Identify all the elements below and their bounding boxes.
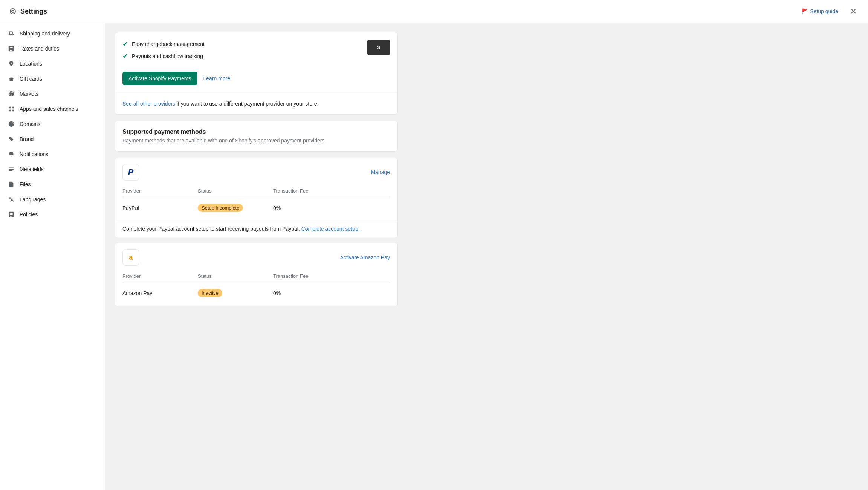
amazon-status-col-header: Status <box>198 273 273 279</box>
paypal-manage-link[interactable]: Manage <box>371 169 390 175</box>
sidebar-item-policies[interactable]: Policies <box>0 207 105 222</box>
sidebar-item-gift-cards[interactable]: Gift cards <box>0 71 105 86</box>
sidebar-item-files-label: Files <box>20 181 31 187</box>
amazon-provider-col-header: Provider <box>122 273 198 279</box>
metafields-icon <box>8 165 15 173</box>
domains-icon <box>8 120 15 128</box>
amazon-header: a Activate Amazon Pay <box>115 243 397 270</box>
activate-amazon-pay-link[interactable]: Activate Amazon Pay <box>340 254 390 260</box>
files-icon <box>8 181 15 188</box>
shopify-payments-card: ✔ Easy chargeback management ✔ Payouts a… <box>115 32 398 115</box>
paypal-fee-col-header: Transaction Fee <box>273 188 330 194</box>
paypal-table-row: PayPal Setup incomplete 0% <box>122 201 390 215</box>
check-icon-2: ✔ <box>122 52 128 60</box>
sidebar-item-shipping[interactable]: Shipping and delivery <box>0 26 105 41</box>
amazon-fee-value: 0% <box>273 290 330 296</box>
sidebar-item-locations-label: Locations <box>20 61 42 67</box>
policies-icon <box>8 211 15 218</box>
sidebar-item-markets-label: Markets <box>20 91 38 97</box>
modal-header: Settings 🚩 Setup guide ✕ <box>0 0 868 23</box>
sidebar: Shipping and delivery Taxes and duties L… <box>0 23 105 490</box>
amazon-status-badge: Inactive <box>198 289 273 297</box>
sidebar-item-policies-label: Policies <box>20 211 38 217</box>
paypal-table-header: Provider Status Transaction Fee <box>122 185 390 197</box>
settings-modal: Settings 🚩 Setup guide ✕ Shipping and de… <box>0 0 868 490</box>
globe-icon <box>8 90 15 98</box>
languages-icon <box>8 196 15 203</box>
flag-icon: 🚩 <box>801 8 808 14</box>
sidebar-item-taxes-label: Taxes and duties <box>20 46 59 52</box>
amazon-pay-card: a Activate Amazon Pay Provider Status Tr… <box>115 243 398 306</box>
sidebar-item-locations[interactable]: Locations <box>0 56 105 71</box>
gift-icon <box>8 75 15 83</box>
close-button[interactable]: ✕ <box>848 5 859 17</box>
sidebar-item-notifications-label: Notifications <box>20 151 48 157</box>
supported-payment-methods-card: Supported payment methods Payment method… <box>115 121 398 152</box>
setup-guide-label: Setup guide <box>810 8 838 14</box>
sidebar-item-files[interactable]: Files <box>0 177 105 192</box>
see-providers-section: See all other providers if you want to u… <box>115 93 397 114</box>
sidebar-item-metafields-label: Metafields <box>20 166 44 172</box>
amazon-fee-col-header: Transaction Fee <box>273 273 330 279</box>
checklist-item-2: ✔ Payouts and cashflow tracking <box>122 52 205 60</box>
location-icon <box>8 60 15 67</box>
sidebar-item-notifications[interactable]: Notifications <box>0 147 105 162</box>
main-content: ✔ Easy chargeback management ✔ Payouts a… <box>105 23 407 490</box>
settings-icon <box>9 8 17 15</box>
card-actions: Activate Shopify Payments Learn more <box>122 72 390 85</box>
bell-icon <box>8 150 15 158</box>
sidebar-item-languages[interactable]: Languages <box>0 192 105 207</box>
supported-section-desc: Payment methods that are available with … <box>122 138 390 144</box>
see-providers-text: if you want to use a different payment p… <box>177 101 318 107</box>
see-all-providers-link[interactable]: See all other providers <box>122 101 175 107</box>
sidebar-item-domains-label: Domains <box>20 121 40 127</box>
modal-body: Shipping and delivery Taxes and duties L… <box>0 23 868 490</box>
amazon-provider-name: Amazon Pay <box>122 290 198 296</box>
paypal-status-badge: Setup incomplete <box>198 204 273 212</box>
sidebar-item-apps-label: Apps and sales channels <box>20 106 78 112</box>
setup-guide-button[interactable]: 🚩 Setup guide <box>798 6 842 17</box>
paypal-provider-name: PayPal <box>122 205 198 211</box>
close-icon: ✕ <box>850 7 857 15</box>
sidebar-item-metafields[interactable]: Metafields <box>0 162 105 177</box>
amazon-table-row: Amazon Pay Inactive 0% <box>122 286 390 300</box>
sidebar-item-gift-cards-label: Gift cards <box>20 76 42 82</box>
paypal-logo-text: P <box>128 167 134 177</box>
supported-section-title: Supported payment methods <box>122 129 390 135</box>
setup-incomplete-badge: Setup incomplete <box>198 204 243 212</box>
apps-icon <box>8 105 15 113</box>
card-image: S <box>367 40 390 55</box>
header-left: Settings <box>9 8 47 15</box>
sidebar-item-apps[interactable]: Apps and sales channels <box>0 101 105 116</box>
checklist-item-1: ✔ Easy chargeback management <box>122 40 205 48</box>
inactive-badge: Inactive <box>198 289 222 297</box>
header-right: 🚩 Setup guide ✕ <box>798 5 859 17</box>
checklist-label-2: Payouts and cashflow tracking <box>132 53 203 59</box>
amazon-logo: a <box>122 249 139 266</box>
receipt-icon <box>8 45 15 52</box>
sidebar-item-brand[interactable]: Brand <box>0 132 105 147</box>
sidebar-item-brand-label: Brand <box>20 136 34 142</box>
paypal-status-col-header: Status <box>198 188 273 194</box>
sidebar-item-languages-label: Languages <box>20 196 46 202</box>
learn-more-button[interactable]: Learn more <box>203 75 231 81</box>
paypal-logo: P <box>122 164 139 181</box>
paypal-fee-value: 0% <box>273 205 330 211</box>
paypal-table: Provider Status Transaction Fee PayPal S… <box>115 185 397 221</box>
amazon-table: Provider Status Transaction Fee Amazon P… <box>115 270 397 306</box>
card-checklist: ✔ Easy chargeback management ✔ Payouts a… <box>115 32 397 93</box>
paypal-message: Complete your Paypal account setup to st… <box>115 221 397 238</box>
paypal-provider-col-header: Provider <box>122 188 198 194</box>
sidebar-item-taxes[interactable]: Taxes and duties <box>0 41 105 56</box>
sidebar-item-markets[interactable]: Markets <box>0 86 105 101</box>
paypal-card: P Manage Provider Status Transaction Fee… <box>115 158 398 238</box>
amazon-table-header: Provider Status Transaction Fee <box>122 270 390 282</box>
paypal-message-text: Complete your Paypal account setup to st… <box>122 226 300 232</box>
modal-title: Settings <box>20 8 47 15</box>
complete-account-setup-link[interactable]: Complete account setup. <box>301 226 360 232</box>
activate-shopify-payments-button[interactable]: Activate Shopify Payments <box>122 72 197 85</box>
paypal-header: P Manage <box>115 158 397 185</box>
sidebar-item-domains[interactable]: Domains <box>0 116 105 132</box>
supported-section-content: Supported payment methods Payment method… <box>115 121 397 151</box>
sidebar-item-shipping-label: Shipping and delivery <box>20 31 70 37</box>
